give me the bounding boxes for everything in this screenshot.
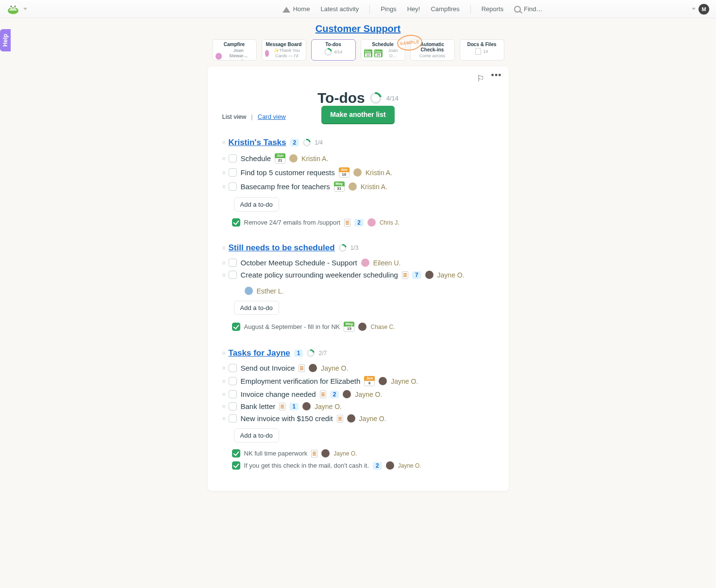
assignee-name[interactable]: Jayne O.	[437, 271, 465, 279]
assignee-name[interactable]: Jayne O.	[321, 364, 348, 372]
comment-count-chip[interactable]: 1	[289, 403, 299, 410]
drag-handle-icon[interactable]: ≡	[222, 391, 225, 398]
nav-find[interactable]: Find…	[514, 5, 542, 13]
list-view-toggle[interactable]: List view	[222, 113, 247, 120]
todo-title[interactable]: Send out Invoice	[241, 364, 295, 372]
tool-todos[interactable]: To-dos 4/14	[311, 39, 356, 61]
assignee-name[interactable]: Jayne O.	[391, 377, 418, 385]
comment-count-chip[interactable]: 7	[412, 271, 421, 279]
nav-campfires[interactable]: Campfires	[431, 5, 459, 13]
drag-handle-icon[interactable]: ≡	[222, 365, 225, 372]
todo-item[interactable]: ≡ Send out Invoice Jayne O.	[222, 362, 494, 374]
tool-message-board[interactable]: Message Board ✨Thank You Cards — I'd	[262, 39, 306, 61]
drag-handle-icon[interactable]: ≡	[222, 272, 225, 278]
todo-checkbox[interactable]	[229, 154, 237, 163]
todo-title[interactable]: Create policy surrounding weekender sche…	[241, 271, 398, 279]
nav-hey[interactable]: Hey!	[407, 5, 420, 13]
drag-handle-icon[interactable]: ≡	[222, 155, 225, 162]
drag-handle-icon[interactable]: ≡	[222, 183, 225, 190]
account-switcher-caret[interactable]	[23, 8, 27, 10]
todo-checkbox[interactable]	[229, 390, 237, 398]
todo-checkbox[interactable]	[229, 377, 237, 385]
comment-count-chip[interactable]: 2	[330, 391, 339, 398]
more-menu-icon[interactable]: •••	[491, 73, 502, 84]
tool-campfire[interactable]: Campfire Joan Stewar…I use the	[212, 39, 257, 61]
add-todo-button[interactable]: Add a to-do	[234, 301, 279, 315]
todo-checkbox-checked[interactable]	[232, 323, 240, 331]
todo-title[interactable]: Find top 5 customer requests	[241, 168, 335, 177]
drag-handle-icon[interactable]: ≡	[222, 403, 225, 410]
nav-home[interactable]: Home	[283, 5, 310, 13]
todo-checkbox[interactable]	[229, 414, 237, 423]
tool-docs-files[interactable]: Docs & Files 14	[460, 39, 504, 61]
todo-title[interactable]: Employment verification for Elizabeth	[241, 377, 361, 385]
todo-item[interactable]: ≡ Bank letter 1 Jayne O.	[222, 400, 494, 412]
todo-checkbox[interactable]	[229, 364, 237, 372]
assignee-name[interactable]: Esther L.	[257, 287, 284, 295]
todo-checkbox[interactable]	[229, 402, 237, 410]
project-title[interactable]: Customer Support	[316, 23, 401, 34]
list-title-link[interactable]: Tasks for Jayne	[229, 348, 290, 358]
drag-handle-icon[interactable]: ≡	[222, 260, 225, 266]
todo-checkbox-checked[interactable]	[232, 461, 240, 470]
todo-title[interactable]: Remove 24/7 emails from /support	[244, 219, 341, 226]
drag-handle-icon[interactable]: ≡	[222, 378, 225, 385]
todo-item-completed[interactable]: If you get this check in the mail, don't…	[222, 459, 494, 472]
todo-item[interactable]: ≡ Basecamp free for teachers May31 Krist…	[222, 180, 494, 194]
assignee-name[interactable]: Kristin A.	[366, 169, 392, 177]
assignee-name[interactable]: Eileen U.	[373, 259, 401, 267]
todo-title[interactable]: October Meetup Schedule - Support	[241, 259, 357, 267]
assignee-name[interactable]: Jayne O.	[359, 415, 386, 423]
todo-item-completed[interactable]: August & September - fill in for NK May1…	[222, 320, 494, 334]
app-logo[interactable]	[7, 4, 19, 15]
nav-latest-activity[interactable]: Latest activity	[320, 5, 359, 13]
todo-checkbox[interactable]	[229, 259, 237, 267]
assignee-name[interactable]: Kristin A.	[301, 155, 328, 163]
todo-title[interactable]: New invoice with $150 credit	[241, 414, 333, 423]
todo-checkbox[interactable]	[229, 271, 237, 279]
assignee-name[interactable]: Jayne O.	[315, 403, 342, 410]
comment-count-chip[interactable]: 1	[294, 349, 303, 357]
todo-item[interactable]: ≡ Invoice change needed 2 Jayne O.	[222, 388, 494, 400]
todo-title[interactable]: Bank letter	[241, 402, 276, 410]
drag-handle-icon[interactable]: ≡	[222, 139, 225, 146]
assignee-name[interactable]: Jayne O.	[398, 462, 421, 469]
nav-reports[interactable]: Reports	[482, 5, 504, 13]
assignee-name[interactable]: Chris J.	[380, 219, 400, 226]
assignee-name[interactable]: Jayne O.	[333, 450, 357, 457]
assignee-name[interactable]: Kristin A.	[361, 183, 387, 191]
todo-title[interactable]: Invoice change needed	[241, 390, 316, 398]
todo-checkbox-checked[interactable]	[232, 218, 240, 227]
todo-item[interactable]: ≡ October Meetup Schedule - Support Eile…	[222, 257, 494, 269]
make-another-list-button[interactable]: Make another list	[321, 106, 394, 123]
todo-item-completed[interactable]: NK full time paperwork Jayne O.	[222, 447, 494, 459]
todo-title[interactable]: NK full time paperwork	[244, 450, 308, 457]
comment-count-chip[interactable]: 2	[290, 139, 300, 147]
assignee-name[interactable]: Jayne O.	[355, 391, 382, 398]
add-todo-button[interactable]: Add a to-do	[234, 197, 279, 212]
comment-count-chip[interactable]: 2	[354, 219, 364, 227]
todo-item[interactable]: ≡ Schedule Jun21 Kristin A.	[222, 151, 494, 165]
todo-title[interactable]: August & September - fill in for NK	[244, 323, 340, 330]
add-todo-button[interactable]: Add a to-do	[234, 428, 279, 442]
comment-count-chip[interactable]: 2	[373, 462, 382, 470]
drag-handle-icon[interactable]: ≡	[222, 169, 225, 176]
bookmark-icon[interactable]: ⚐	[477, 73, 484, 84]
todo-item[interactable]: ≡ Find top 5 customer requests Jun10 Kri…	[222, 165, 494, 180]
todo-item[interactable]: ≡ Employment verification for Elizabeth …	[222, 374, 494, 388]
todo-checkbox-checked[interactable]	[232, 449, 240, 457]
card-view-toggle[interactable]: Card view	[258, 113, 286, 120]
drag-handle-icon[interactable]: ≡	[222, 350, 225, 357]
todo-item-completed[interactable]: Remove 24/7 emails from /support 2 Chris…	[222, 216, 494, 229]
todo-title[interactable]: If you get this check in the mail, don't…	[244, 462, 369, 469]
user-menu-caret[interactable]	[692, 8, 696, 10]
list-title-link[interactable]: Kristin's Tasks	[229, 138, 286, 147]
assignee-name[interactable]: Chase C.	[370, 324, 395, 330]
todo-checkbox[interactable]	[229, 182, 237, 191]
todo-item[interactable]: ≡ Create policy surrounding weekender sc…	[222, 269, 494, 297]
list-title-link[interactable]: Still needs to be scheduled	[229, 243, 335, 253]
todo-item[interactable]: ≡ New invoice with $150 credit Jayne O.	[222, 412, 494, 425]
todo-title[interactable]: Schedule	[241, 154, 271, 163]
nav-pings[interactable]: Pings	[381, 5, 397, 13]
todo-title[interactable]: Basecamp free for teachers	[241, 182, 330, 191]
